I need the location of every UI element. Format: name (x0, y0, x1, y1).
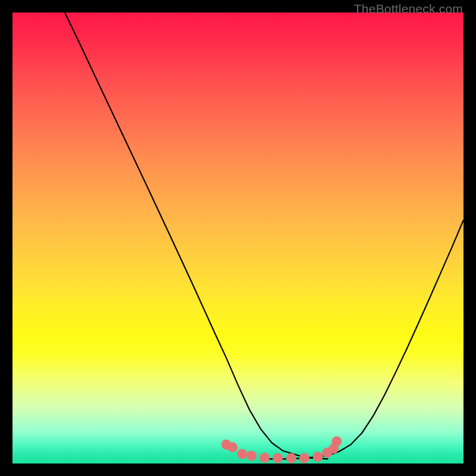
marker-dot (286, 453, 296, 463)
marker-dot (259, 453, 270, 463)
marker-dot (273, 453, 283, 463)
marker-dot (332, 436, 342, 446)
outer-frame: TheBottleneck.com (0, 0, 476, 476)
chart-svg (12, 12, 464, 464)
watermark-text: TheBottleneck.com (354, 2, 463, 16)
marker-dot (227, 442, 237, 452)
right-curve (261, 220, 464, 459)
marker-dot (246, 451, 256, 461)
plot-area (12, 12, 464, 464)
marker-dot (313, 452, 323, 462)
left-curve (65, 12, 328, 459)
marker-dot (299, 453, 309, 463)
marker-dot (237, 449, 247, 459)
